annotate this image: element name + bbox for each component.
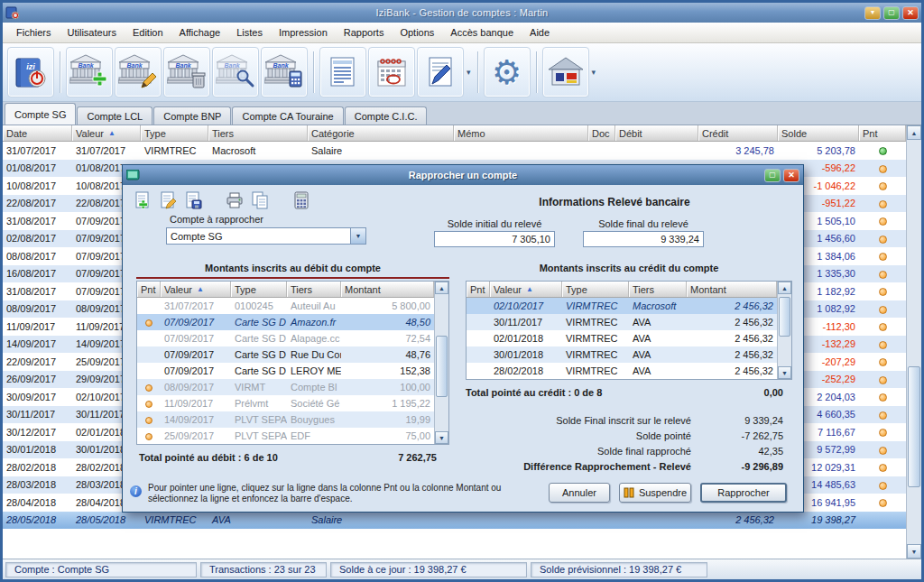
column-header-debit[interactable]: Débit xyxy=(615,125,698,141)
pointing-cell[interactable] xyxy=(137,333,161,344)
column-header-date[interactable]: Date xyxy=(3,125,72,141)
debit-scrollbar[interactable]: ▲ ▼ xyxy=(434,282,448,444)
pointing-cell[interactable] xyxy=(137,349,161,360)
chevron-down-icon[interactable]: ▼ xyxy=(350,228,365,244)
menu-item[interactable]: Fichiers xyxy=(8,24,60,41)
pointing-cell[interactable] xyxy=(859,427,906,438)
credit-header-tiers[interactable]: Tiers xyxy=(629,282,687,297)
settings-button[interactable]: ⚙ xyxy=(484,47,531,97)
column-header-valeur[interactable]: Valeur▲ xyxy=(72,125,141,141)
scroll-down-icon[interactable]: ▼ xyxy=(907,544,921,559)
title-bar[interactable]: IziBank - Gestion de comptes : Martin ▾ … xyxy=(3,3,921,23)
dialog-calculator-button[interactable] xyxy=(291,190,312,210)
home-dropdown-arrow-icon[interactable]: ▾ xyxy=(592,68,596,77)
new-account-button[interactable] xyxy=(66,47,113,97)
pointing-cell[interactable] xyxy=(859,180,906,191)
pointing-cell[interactable] xyxy=(137,300,161,311)
menu-item[interactable]: Affichage xyxy=(171,24,229,41)
column-header-tiers[interactable]: Tiers xyxy=(208,125,308,141)
column-header-solde[interactable]: Solde xyxy=(778,125,859,141)
pointing-cell[interactable] xyxy=(859,356,906,367)
account-tab[interactable]: Compte SG xyxy=(5,103,76,125)
scroll-down-icon[interactable]: ▼ xyxy=(778,366,791,379)
transactions-list-button[interactable] xyxy=(319,47,366,97)
scroll-thumb[interactable] xyxy=(908,366,920,487)
pointing-cell[interactable] xyxy=(137,365,161,376)
scroll-up-icon[interactable]: ▲ xyxy=(907,125,921,140)
menu-item[interactable]: Edition xyxy=(125,24,171,41)
dialog-maximize-button[interactable]: ▢ xyxy=(764,169,781,182)
debit-row[interactable]: 07/09/2017 Carte SG D LEROY MER 152,38 xyxy=(137,363,434,379)
pointing-cell[interactable] xyxy=(137,317,161,328)
izibank-logo-button[interactable]: izi xyxy=(7,47,54,97)
pointing-cell[interactable] xyxy=(859,497,906,508)
debit-row[interactable]: 07/09/2017 Carte SG D Alapage.cc 72,54 xyxy=(137,330,434,346)
account-calculator-button[interactable] xyxy=(261,47,308,97)
column-header-credit[interactable]: Crédit xyxy=(698,125,778,141)
account-tab[interactable]: Compte BNP xyxy=(153,106,231,125)
menu-item[interactable]: Rapports xyxy=(336,24,393,41)
menu-item[interactable]: Aide xyxy=(522,24,558,41)
column-header-categorie[interactable]: Catégorie xyxy=(308,125,454,141)
debit-row[interactable]: 31/07/2017 0100245 Auteuil Au 5 800,00 xyxy=(137,298,434,314)
scroll-thumb[interactable] xyxy=(436,336,448,397)
transaction-row[interactable]: 31/07/2017 31/07/2017 VIRMTREC Macrosoft… xyxy=(3,142,906,160)
pointing-cell[interactable] xyxy=(859,514,906,525)
pointing-cell[interactable] xyxy=(859,198,906,208)
scheduler-calendar-button[interactable] xyxy=(368,47,415,97)
scroll-down-icon[interactable]: ▼ xyxy=(435,431,448,444)
debit-row[interactable]: 07/09/2017 Carte SG D Amazon.fr 48,50 xyxy=(137,314,434,330)
credit-header-montant[interactable]: Montant xyxy=(687,282,777,297)
close-button[interactable]: ✕ xyxy=(902,6,919,20)
debit-row[interactable]: 14/09/2017 PLVT SEPA Bouygues 19,99 xyxy=(137,411,434,428)
pointing-cell[interactable] xyxy=(859,251,906,262)
pointing-cell[interactable] xyxy=(859,162,906,173)
credit-row[interactable]: 30/01/2018 VIRMTREC AVA 2 456,32 xyxy=(467,346,777,363)
scroll-thumb[interactable] xyxy=(779,297,790,337)
pointing-cell[interactable] xyxy=(137,414,161,425)
pointing-cell[interactable] xyxy=(137,398,161,409)
pointing-cell[interactable] xyxy=(859,268,906,279)
account-select[interactable]: Compte SG ▼ xyxy=(166,227,366,245)
dialog-new-button[interactable] xyxy=(132,190,153,210)
pointing-cell[interactable] xyxy=(859,286,906,297)
menu-item[interactable]: Accès banque xyxy=(442,24,522,41)
credit-row[interactable]: 28/02/2018 VIRMTREC AVA 2 456,32 xyxy=(467,363,777,379)
pointing-cell[interactable] xyxy=(859,233,906,244)
column-header-doc[interactable]: Doc xyxy=(588,125,615,141)
pointing-cell[interactable] xyxy=(859,462,906,473)
search-account-button[interactable] xyxy=(212,47,259,97)
credit-header-type[interactable]: Type xyxy=(562,282,629,297)
scroll-up-icon[interactable]: ▲ xyxy=(435,282,448,294)
cancel-button[interactable]: Annuler xyxy=(549,483,610,503)
pointing-cell[interactable] xyxy=(859,303,906,314)
home-banking-button[interactable] xyxy=(542,47,589,97)
pointing-cell[interactable] xyxy=(859,321,906,332)
debit-row[interactable]: 25/09/2017 PLVT SEPA EDF 75,00 xyxy=(137,428,434,444)
credit-header-valeur[interactable]: Valeur▲ xyxy=(490,282,562,297)
dialog-print-button[interactable] xyxy=(224,190,245,210)
final-balance-input[interactable] xyxy=(583,231,704,247)
pointing-cell[interactable] xyxy=(859,338,906,349)
delete-account-button[interactable] xyxy=(163,47,210,97)
pointing-cell[interactable] xyxy=(859,409,906,420)
maximize-button[interactable]: ▢ xyxy=(883,6,900,20)
table-vertical-scrollbar[interactable]: ▲ ▼ xyxy=(906,125,921,559)
debit-header-pnt[interactable]: Pnt xyxy=(137,282,161,297)
pointing-cell[interactable] xyxy=(859,444,906,455)
account-tab[interactable]: Compte LCL xyxy=(77,106,152,125)
debit-row[interactable]: 08/09/2017 VIRMT Compte Bl 100,00 xyxy=(137,379,434,395)
pointing-cell[interactable] xyxy=(859,392,906,402)
pointing-cell[interactable] xyxy=(467,365,490,376)
scroll-up-icon[interactable]: ▲ xyxy=(778,282,791,294)
debit-header-montant[interactable]: Montant xyxy=(341,282,434,297)
pointing-cell[interactable] xyxy=(859,374,906,384)
debit-header-type[interactable]: Type xyxy=(231,282,287,297)
debit-row[interactable]: 11/09/2017 Prélvmt Société Gé 1 195,22 xyxy=(137,395,434,411)
minimize-button[interactable]: ▾ xyxy=(864,6,881,20)
pointing-cell[interactable] xyxy=(137,430,161,441)
reports-button[interactable] xyxy=(417,47,464,97)
account-tab[interactable]: Compte CA Touraine xyxy=(232,106,343,125)
edit-account-button[interactable] xyxy=(115,47,162,97)
debit-row[interactable]: 07/09/2017 Carte SG D Rue Du Com 48,76 xyxy=(137,346,434,363)
